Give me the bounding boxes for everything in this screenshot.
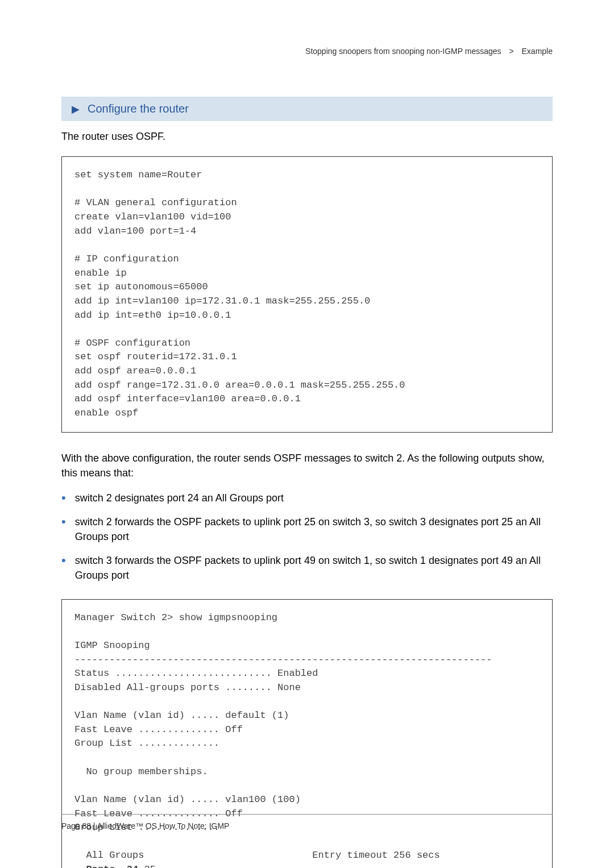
- bullet-text: switch 3 forwards the OSPF packets to up…: [75, 553, 553, 583]
- bullet-text: switch 2 forwards the OSPF packets to up…: [75, 514, 553, 544]
- triangle-right-icon: ▶: [72, 103, 80, 115]
- bullet-list: • switch 2 designates port 24 an All Gro…: [61, 491, 553, 583]
- bullet-text: switch 2 designates port 24 an All Group…: [75, 491, 284, 505]
- header-separator: >: [509, 47, 513, 56]
- header-section: Stopping snoopers from snooping non-IGMP…: [305, 47, 501, 56]
- bullet-icon: •: [61, 553, 66, 568]
- step-heading-bar: ▶ Configure the router: [61, 97, 553, 121]
- bullet-icon: •: [61, 491, 66, 505]
- explanation-paragraph: With the above configuration, the router…: [61, 451, 553, 480]
- output-bold-label: Ports 24: [86, 864, 138, 868]
- bullet-icon: •: [61, 514, 66, 529]
- output-bold-rest: -25: [138, 864, 156, 868]
- main-content: ▶ Configure the router The router uses O…: [61, 0, 553, 868]
- router-config-code: set system name=Router # VLAN general co…: [61, 156, 553, 433]
- step-label: Configure the router: [88, 102, 189, 115]
- intro-text: The router uses OSPF.: [61, 129, 553, 144]
- list-item: • switch 2 designates port 24 an All Gro…: [61, 491, 553, 505]
- footer-text: Page 88 | AlliedWare™ OS How To Note: IG…: [61, 821, 229, 830]
- list-item: • switch 2 forwards the OSPF packets to …: [61, 514, 553, 544]
- page-footer: Page 88 | AlliedWare™ OS How To Note: IG…: [61, 814, 553, 830]
- header-subsection: Example: [522, 47, 553, 56]
- list-item: • switch 3 forwards the OSPF packets to …: [61, 553, 553, 583]
- running-header: Stopping snoopers from snooping non-IGMP…: [305, 47, 553, 56]
